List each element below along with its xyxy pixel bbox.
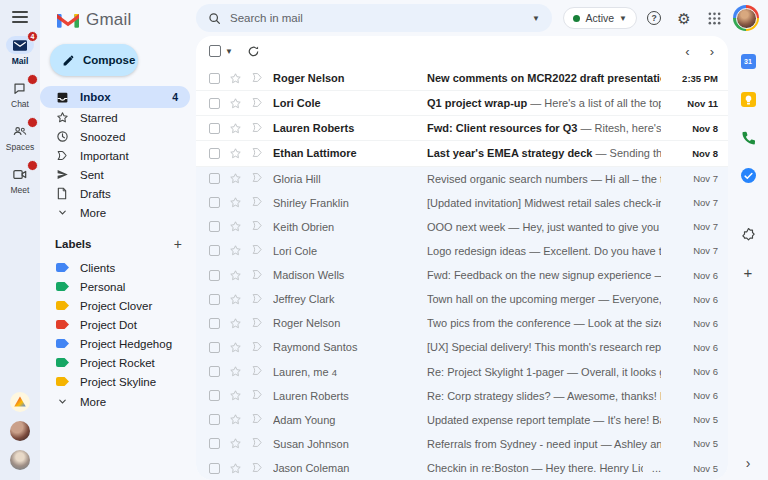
select-options-chevron-icon[interactable]: ▼ [225, 47, 233, 56]
row-checkbox[interactable] [209, 73, 220, 84]
select-all-checkbox[interactable] [209, 45, 221, 57]
sidebar-label-project-skyline[interactable]: Project Skyline [40, 372, 196, 391]
star-icon[interactable] [229, 365, 242, 378]
email-row[interactable]: Adam Young Updated expense report templa… [196, 408, 728, 432]
newer-page-button[interactable]: ‹ [685, 44, 689, 59]
star-icon[interactable] [229, 317, 242, 330]
calendar-panel-button[interactable]: 31 [740, 53, 757, 70]
row-checkbox[interactable] [209, 123, 220, 134]
row-checkbox[interactable] [209, 318, 220, 329]
importance-marker-icon[interactable] [251, 389, 264, 402]
older-page-button[interactable]: › [710, 44, 714, 59]
status-selector[interactable]: Active ▼ [563, 7, 637, 29]
row-checkbox[interactable] [209, 366, 220, 377]
importance-marker-icon[interactable] [251, 196, 264, 209]
refresh-button[interactable] [247, 45, 260, 58]
rail-item-meet[interactable]: Meet [6, 165, 34, 195]
sidebar-label-project-hedgehog[interactable]: Project Hedgehog [40, 334, 196, 353]
email-row[interactable]: Raymond Santos [UX] Special delivery! Th… [196, 335, 728, 359]
email-row[interactable]: Lauren, me4 Re: Project Skylight 1-pager… [196, 360, 728, 384]
star-icon[interactable] [229, 293, 242, 306]
importance-marker-icon[interactable] [251, 462, 264, 475]
sidebar-label-project-dot[interactable]: Project Dot [40, 315, 196, 334]
sidebar-label-project-rocket[interactable]: Project Rocket [40, 353, 196, 372]
settings-button[interactable]: ⚙ [671, 5, 697, 31]
email-row[interactable]: Roger Nelson Two pics from the conferenc… [196, 311, 728, 335]
voice-panel-button[interactable] [740, 129, 757, 146]
email-row[interactable]: Ethan Lattimore Last year's EMEA strateg… [196, 141, 728, 166]
workspace-app-icon[interactable] [10, 392, 30, 412]
row-checkbox[interactable] [209, 438, 220, 449]
help-button[interactable]: ? [641, 5, 667, 31]
importance-marker-icon[interactable] [251, 172, 264, 185]
email-row[interactable]: Madison Wells Fwd: Feedback on the new s… [196, 263, 728, 287]
star-icon[interactable] [229, 97, 242, 110]
importance-marker-icon[interactable] [251, 220, 264, 233]
star-icon[interactable] [229, 147, 242, 160]
importance-marker-icon[interactable] [251, 365, 264, 378]
star-icon[interactable] [229, 220, 242, 233]
star-icon[interactable] [229, 172, 242, 185]
importance-marker-icon[interactable] [251, 341, 264, 354]
row-checkbox[interactable] [209, 463, 220, 474]
row-checkbox[interactable] [209, 270, 220, 281]
rail-item-chat[interactable]: Chat [6, 79, 34, 109]
sidebar-item-labels-more[interactable]: More [40, 392, 196, 411]
apps-grid-button[interactable] [701, 5, 727, 31]
rail-item-mail[interactable]: 4 Mail [6, 36, 34, 66]
row-checkbox[interactable] [209, 245, 220, 256]
chat-contact-avatar[interactable] [10, 421, 30, 441]
email-row[interactable]: Lori Cole Q1 project wrap-up — Here's a … [196, 91, 728, 116]
email-row[interactable]: Lauren Roberts Fwd: Client resources for… [196, 116, 728, 141]
show-side-panel-button[interactable]: › [746, 455, 751, 471]
sidebar-item-more[interactable]: More [40, 203, 196, 222]
row-checkbox[interactable] [209, 390, 220, 401]
email-row[interactable]: Roger Nelson New comments on MCR2022 dra… [196, 66, 728, 91]
importance-marker-icon[interactable] [251, 72, 264, 85]
star-icon[interactable] [229, 269, 242, 282]
row-checkbox[interactable] [209, 197, 220, 208]
row-checkbox[interactable] [209, 221, 220, 232]
row-checkbox[interactable] [209, 173, 220, 184]
add-panel-button[interactable]: + [740, 264, 757, 281]
addons-panel-button[interactable] [740, 226, 757, 243]
row-checkbox[interactable] [209, 148, 220, 159]
profile-avatar[interactable] [733, 5, 759, 31]
star-icon[interactable] [229, 122, 242, 135]
star-icon[interactable] [229, 413, 242, 426]
importance-marker-icon[interactable] [251, 437, 264, 450]
importance-marker-icon[interactable] [251, 293, 264, 306]
email-row[interactable]: Jason Coleman Checkin in re:Boston — Hey… [196, 456, 728, 480]
row-checkbox[interactable] [209, 414, 220, 425]
email-row[interactable]: Gloria Hill Revised organic search numbe… [196, 167, 728, 191]
tasks-panel-button[interactable] [740, 167, 757, 184]
importance-marker-icon[interactable] [251, 269, 264, 282]
email-row[interactable]: Jeffrey Clark Town hall on the upcoming … [196, 287, 728, 311]
importance-marker-icon[interactable] [251, 317, 264, 330]
sidebar-label-project-clover[interactable]: Project Clover [40, 296, 196, 315]
importance-marker-icon[interactable] [251, 147, 264, 160]
add-label-button[interactable]: + [174, 236, 182, 252]
importance-marker-icon[interactable] [251, 244, 264, 257]
star-icon[interactable] [229, 341, 242, 354]
sidebar-label-personal[interactable]: Personal [40, 277, 196, 296]
star-icon[interactable] [229, 244, 242, 257]
email-row[interactable]: Susan Johnson Referrals from Sydney - ne… [196, 432, 728, 456]
search-input[interactable] [230, 12, 523, 24]
email-row[interactable]: Keith Obrien OOO next week — Hey, just w… [196, 215, 728, 239]
star-icon[interactable] [229, 462, 242, 475]
sidebar-item-snoozed[interactable]: Snoozed [40, 127, 196, 146]
row-checkbox[interactable] [209, 342, 220, 353]
sidebar-label-clients[interactable]: Clients [40, 258, 196, 277]
importance-marker-icon[interactable] [251, 413, 264, 426]
star-icon[interactable] [229, 196, 242, 209]
row-checkbox[interactable] [209, 98, 220, 109]
sidebar-item-sent[interactable]: Sent [40, 165, 196, 184]
row-checkbox[interactable] [209, 294, 220, 305]
email-row[interactable]: Lori Cole Logo redesign ideas — Excellen… [196, 239, 728, 263]
importance-marker-icon[interactable] [251, 97, 264, 110]
rail-item-spaces[interactable]: Spaces [6, 122, 34, 152]
importance-marker-icon[interactable] [251, 122, 264, 135]
keep-panel-button[interactable] [740, 91, 757, 108]
email-row[interactable]: Lauren Roberts Re: Corp strategy slides?… [196, 384, 728, 408]
